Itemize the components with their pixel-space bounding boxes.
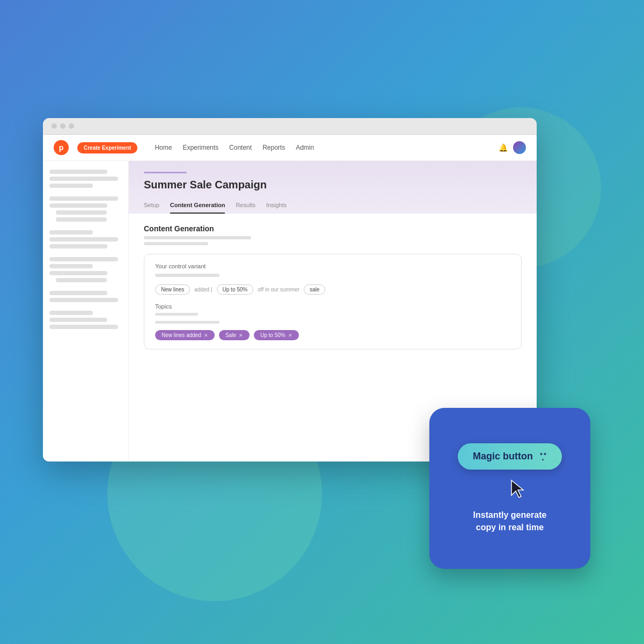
control-variant-label: Your control variant: [155, 263, 510, 269]
tag-separator-off: off in our summer: [258, 287, 299, 292]
content-section: Content Generation Your control variant …: [129, 214, 537, 360]
sparkle-icon: ✦✦ ✦: [539, 452, 547, 462]
avatar: [513, 141, 526, 154]
skel-line: [49, 170, 107, 174]
topics-skel2: [155, 321, 219, 324]
pill-up-to-50[interactable]: Up to 50% ✕: [254, 330, 299, 340]
skel-line: [49, 325, 118, 329]
skel-line: [49, 257, 118, 261]
sidebar-skeleton: [49, 170, 122, 333]
nav-home[interactable]: Home: [155, 144, 172, 151]
create-experiment-button[interactable]: Create Experiment: [77, 142, 137, 153]
pill-label: Up to 50%: [260, 332, 286, 338]
section-skeleton: [144, 236, 522, 245]
nav-experiments[interactable]: Experiments: [182, 144, 218, 151]
tab-insights[interactable]: Insights: [266, 202, 287, 214]
skel-line: [49, 298, 118, 302]
nav-admin[interactable]: Admin: [296, 144, 314, 151]
skel-line: [144, 242, 208, 245]
pill-tags-row: New lines added ✕ Sale ✕ Up to 50% ✕: [155, 330, 510, 340]
pill-sale[interactable]: Sale ✕: [219, 330, 250, 340]
card-skeleton: [155, 274, 219, 277]
pill-label: Sale: [225, 332, 236, 338]
pill-label: New lines added: [162, 332, 201, 338]
skel-line: [49, 184, 93, 188]
skel-line: [49, 291, 107, 295]
skel-line: [56, 217, 107, 222]
tab-setup[interactable]: Setup: [144, 202, 159, 214]
campaign-accent-bar: [144, 172, 187, 173]
browser-dot-yellow: [60, 123, 65, 129]
skel-line: [49, 203, 107, 208]
skel-line: [49, 271, 107, 275]
tag-up-to-50[interactable]: Up to 50%: [217, 284, 254, 295]
skel-line: [49, 230, 93, 235]
skel-line: [49, 264, 93, 268]
skel-line: [49, 244, 107, 248]
browser-dot-green: [69, 123, 74, 129]
tag-separator-added: added |: [194, 287, 212, 292]
topics-label: Topics: [155, 303, 510, 310]
nav-reports[interactable]: Reports: [262, 144, 285, 151]
browser-chrome: [43, 118, 537, 135]
logo: p: [54, 140, 69, 155]
magic-card: Magic button ✦✦ ✦ Instantly generate cop…: [429, 408, 590, 569]
pill-new-lines-added[interactable]: New lines added ✕: [155, 330, 215, 340]
bell-icon[interactable]: 🔔: [499, 143, 508, 152]
skel-line: [56, 278, 107, 282]
remove-pill-sale[interactable]: ✕: [239, 333, 243, 338]
skel-line: [49, 318, 107, 322]
tabs: Setup Content Generation Results Insight…: [144, 200, 522, 214]
remove-pill-up-to-50[interactable]: ✕: [288, 333, 292, 338]
tag-sale[interactable]: sale: [304, 284, 325, 295]
skel-line: [49, 237, 118, 241]
svg-marker-0: [511, 480, 523, 497]
section-title: Content Generation: [144, 224, 522, 233]
variant-card: Your control variant New lines added | U…: [144, 254, 522, 349]
browser-dot-red: [52, 123, 57, 129]
cursor-icon: [507, 478, 529, 500]
skel-line: [144, 236, 251, 239]
campaign-title: Summer Sale Campaign: [144, 179, 522, 191]
skel-line: [49, 177, 118, 181]
skel-line: [49, 311, 93, 315]
remove-pill-new-lines[interactable]: ✕: [204, 333, 208, 338]
tags-row: New lines added | Up to 50% off in our s…: [155, 284, 510, 295]
tag-new-lines[interactable]: New lines: [155, 284, 190, 295]
navbar: p Create Experiment Home Experiments Con…: [43, 135, 537, 161]
tab-content-generation[interactable]: Content Generation: [170, 202, 225, 214]
magic-card-description: Instantly generate copy in real time: [473, 509, 547, 533]
campaign-header: Summer Sale Campaign Setup Content Gener…: [129, 161, 537, 214]
magic-button[interactable]: Magic button ✦✦ ✦: [458, 443, 562, 470]
nav-links: Home Experiments Content Reports Admin: [155, 144, 490, 151]
skel-line: [49, 196, 118, 201]
topics-skel: [155, 313, 198, 316]
magic-button-label: Magic button: [473, 451, 533, 462]
skel-line: [56, 210, 107, 215]
nav-right: 🔔: [499, 141, 526, 154]
tab-results[interactable]: Results: [236, 202, 255, 214]
nav-content[interactable]: Content: [229, 144, 252, 151]
sidebar: [43, 161, 129, 461]
